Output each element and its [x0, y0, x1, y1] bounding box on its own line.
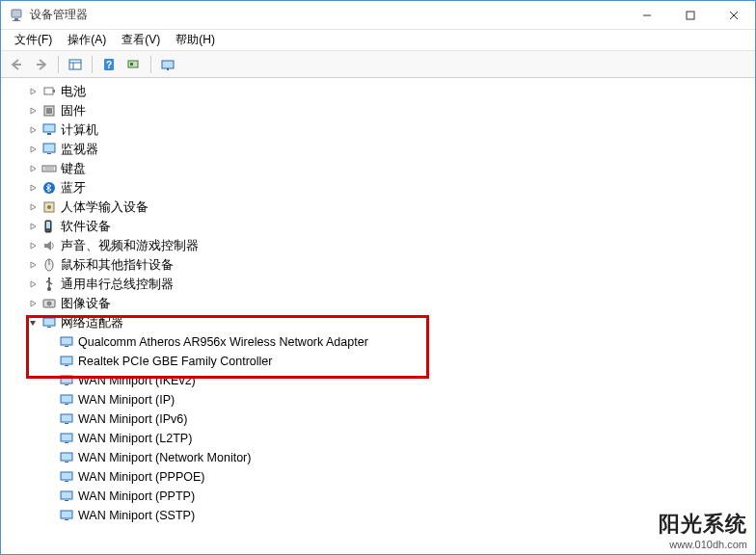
minimize-button[interactable]	[625, 1, 668, 30]
tree-category[interactable]: 电池	[5, 82, 755, 101]
tree-device-item[interactable]: WAN Miniport (IKEv2)	[5, 371, 755, 390]
device-tree[interactable]: 电池固件计算机监视器键盘蓝牙人体学输入设备软件设备声音、视频和游戏控制器鼠标和其…	[1, 78, 755, 554]
menu-view[interactable]: 查看(V)	[114, 30, 168, 50]
menu-file[interactable]: 文件(F)	[7, 30, 60, 50]
expand-toggle-icon[interactable]	[26, 104, 40, 118]
tree-device-item[interactable]: WAN Miniport (IPv6)	[5, 410, 755, 429]
expand-toggle-icon[interactable]	[26, 220, 40, 233]
tree-device-item[interactable]: WAN Miniport (PPPOE)	[5, 467, 755, 487]
network-adapter-icon	[59, 411, 74, 427]
menu-action[interactable]: 操作(A)	[60, 30, 114, 50]
tree-category[interactable]: 声音、视频和游戏控制器	[5, 236, 755, 255]
tree-device-item[interactable]: WAN Miniport (Network Monitor)	[5, 448, 755, 467]
network-adapter-icon	[59, 431, 74, 446]
category-label: 声音、视频和游戏控制器	[61, 236, 199, 255]
svg-rect-50	[61, 414, 72, 422]
svg-rect-47	[65, 384, 68, 385]
device-label: WAN Miniport (L2TP)	[78, 429, 192, 448]
tree-category-network[interactable]: 网络适配器	[5, 313, 755, 332]
svg-rect-54	[61, 453, 72, 461]
svg-rect-59	[65, 500, 68, 501]
tree-device-item[interactable]: WAN Miniport (PPTP)	[5, 487, 755, 506]
tree-category[interactable]: 鼠标和其他指针设备	[5, 255, 755, 275]
expand-toggle-icon[interactable]	[26, 85, 40, 98]
expand-toggle-icon[interactable]	[26, 143, 40, 156]
tree-category[interactable]: 固件	[5, 101, 755, 120]
svg-rect-2	[13, 20, 20, 21]
tree-category[interactable]: 图像设备	[5, 294, 755, 313]
tree-device-item[interactable]: Qualcomm Atheros AR956x Wireless Network…	[5, 332, 755, 352]
category-label: 电池	[61, 82, 86, 101]
tree-device-item[interactable]: Realtek PCIe GBE Family Controller	[5, 352, 755, 371]
imaging-icon	[41, 296, 57, 311]
svg-rect-9	[69, 60, 81, 69]
svg-rect-48	[61, 395, 72, 403]
svg-rect-44	[61, 357, 72, 364]
window-title: 设备管理器	[30, 7, 625, 23]
expand-toggle-icon[interactable]	[26, 200, 40, 214]
device-label: WAN Miniport (SSTP)	[78, 506, 195, 525]
category-label: 固件	[61, 101, 86, 120]
battery-icon	[41, 84, 57, 99]
device-label: WAN Miniport (IP)	[78, 390, 175, 410]
svg-rect-53	[65, 442, 68, 443]
toolbar-separator	[150, 56, 151, 73]
expand-toggle-icon[interactable]	[26, 239, 40, 252]
scan-hardware-button[interactable]	[122, 54, 146, 75]
svg-rect-23	[47, 133, 51, 135]
category-label: 鼠标和其他指针设备	[61, 255, 174, 275]
expand-toggle-icon[interactable]	[26, 258, 40, 272]
tree-category[interactable]: 软件设备	[5, 217, 755, 236]
network-adapter-icon	[59, 450, 74, 465]
collapse-toggle-icon[interactable]	[26, 316, 40, 330]
network-adapter-icon	[59, 373, 74, 388]
svg-rect-51	[65, 423, 68, 424]
expand-toggle-icon[interactable]	[26, 297, 40, 310]
titlebar: 设备管理器	[1, 1, 755, 30]
keyboard-icon	[41, 161, 57, 176]
network-adapter-icon	[59, 354, 74, 369]
expand-toggle-icon[interactable]	[26, 162, 40, 175]
tree-category[interactable]: 通用串行总线控制器	[5, 275, 755, 294]
device-label: WAN Miniport (Network Monitor)	[78, 448, 251, 467]
svg-rect-60	[61, 511, 72, 518]
svg-rect-22	[43, 124, 55, 132]
svg-rect-40	[43, 318, 55, 326]
svg-rect-58	[61, 491, 72, 499]
svg-rect-37	[48, 278, 50, 279]
svg-rect-46	[61, 376, 72, 383]
svg-point-31	[47, 205, 51, 209]
tree-category[interactable]: 监视器	[5, 140, 755, 159]
category-label: 计算机	[61, 120, 98, 140]
tree-device-item[interactable]: WAN Miniport (IP)	[5, 390, 755, 410]
tree-category[interactable]: 人体学输入设备	[5, 198, 755, 217]
category-label: 通用串行总线控制器	[61, 275, 174, 294]
svg-rect-26	[42, 166, 56, 172]
forward-button[interactable]	[30, 54, 53, 75]
device-label: WAN Miniport (PPTP)	[78, 487, 195, 506]
show-hidden-button[interactable]	[156, 54, 179, 75]
device-label: WAN Miniport (PPPOE)	[78, 467, 205, 487]
tree-device-item[interactable]: WAN Miniport (SSTP)	[5, 506, 755, 525]
svg-point-29	[43, 182, 55, 194]
back-button[interactable]	[5, 54, 28, 75]
tree-category[interactable]: 蓝牙	[5, 178, 755, 198]
menu-help[interactable]: 帮助(H)	[168, 30, 223, 50]
device-label: WAN Miniport (IPv6)	[78, 410, 187, 429]
expand-toggle-icon[interactable]	[26, 181, 40, 195]
network-adapter-icon	[59, 508, 74, 523]
tree-category[interactable]: 键盘	[5, 159, 755, 178]
network-adapter-icon	[59, 469, 74, 485]
watermark-url: www.010dh.com	[659, 539, 747, 550]
maximize-button[interactable]	[668, 1, 712, 30]
tree-device-item[interactable]: WAN Miniport (L2TP)	[5, 429, 755, 448]
tree-category[interactable]: 计算机	[5, 120, 755, 140]
help-button[interactable]: ?	[97, 54, 121, 75]
expand-toggle-icon[interactable]	[26, 278, 40, 291]
toolbar-separator	[92, 56, 93, 73]
close-button[interactable]	[712, 1, 755, 30]
properties-button[interactable]	[64, 54, 87, 75]
expand-toggle-icon[interactable]	[26, 123, 40, 137]
watermark: 阳光系统 www.010dh.com	[659, 510, 747, 550]
svg-rect-21	[46, 108, 52, 114]
